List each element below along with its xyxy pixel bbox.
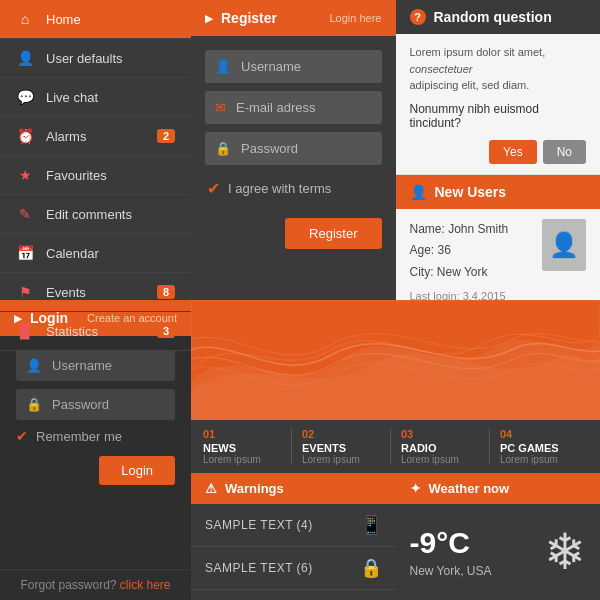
register-title: ▶ Register <box>205 10 277 26</box>
news-title: RADIO <box>401 442 436 454</box>
login-form: 👤 Username 🔒 Password ✔ Remember me Logi… <box>0 336 191 569</box>
warning-item[interactable]: SAMPLE TEXT (6) 🔒 <box>191 547 396 590</box>
wave-banner <box>191 300 600 420</box>
register-password-field[interactable]: 🔒 Password <box>205 132 382 165</box>
sidebar-item-statistics[interactable]: ▉ Statistics 3 <box>0 312 191 351</box>
rq-buttons: Yes No <box>410 140 587 164</box>
sidebar-nav: ⌂ Home 👤 User defaults 💬 Live chat ⏰ Ala… <box>0 0 191 300</box>
warning-text: SAMPLE TEXT (6) <box>205 561 313 575</box>
calendar-icon: 📅 <box>16 244 34 262</box>
news-num: 04 <box>500 428 512 440</box>
news-num: 01 <box>203 428 215 440</box>
sidebar-label-home: Home <box>46 12 175 27</box>
register-username-field[interactable]: 👤 Username <box>205 50 382 83</box>
sidebar-label-favourites: Favourites <box>46 168 175 183</box>
register-header: ▶ Register Login here <box>191 0 396 36</box>
sidebar-label-alarms: Alarms <box>46 129 157 144</box>
rq-text2: adipiscing elit, sed diam. <box>410 79 530 91</box>
sidebar-label-live-chat: Live chat <box>46 90 175 105</box>
forgot-link[interactable]: click here <box>120 578 171 592</box>
warning-item[interactable]: SAMPLE TEXT (4) 📱 <box>191 504 396 547</box>
user-login-icon: 👤 <box>26 358 42 373</box>
news-sub: Lorem ipsum <box>401 454 459 465</box>
agree-terms-row[interactable]: ✔ I agree with terms <box>205 173 382 204</box>
nu-name: Name: John Smith <box>410 219 533 241</box>
rq-yes-button[interactable]: Yes <box>489 140 537 164</box>
weather-body: -9°C New York, USA ❄ <box>396 504 601 600</box>
news-sub: Lorem ipsum <box>203 454 261 465</box>
remember-label: Remember me <box>36 429 122 444</box>
nu-header: 👤 New Users <box>396 175 601 209</box>
news-sub: Lorem ipsum <box>500 454 558 465</box>
warning-icon: ⚠ <box>205 481 217 496</box>
lock-icon: 🔒 <box>215 141 231 156</box>
register-button-wrap: Register <box>205 212 382 255</box>
warnings-header: ⚠ Warnings <box>191 473 396 504</box>
weather-header: ✦ Weather now <box>396 473 601 504</box>
random-question-panel: ? Random question Lorem ipsum dolor sit … <box>396 0 601 175</box>
register-username-label: Username <box>241 59 301 74</box>
register-title-text: Register <box>221 10 277 26</box>
news-sub: Lorem ipsum <box>302 454 360 465</box>
news-item-pc games[interactable]: 04 PC GAMES Lorem ipsum <box>490 428 588 465</box>
remember-checkbox-icon: ✔ <box>16 428 28 444</box>
register-button[interactable]: Register <box>285 218 381 249</box>
sidebar-label-statistics: Statistics <box>46 324 157 339</box>
bottom-row: ⚠ Warnings SAMPLE TEXT (4) 📱 SAMPLE TEXT… <box>191 473 600 600</box>
sun-icon: ✦ <box>410 481 421 496</box>
sidebar-label-calendar: Calendar <box>46 246 175 261</box>
new-users-panel: 👤 New Users Name: John Smith Age: 36 Cit… <box>396 175 601 318</box>
rq-italic: consectetuer <box>410 63 473 75</box>
weather-location: New York, USA <box>410 564 492 578</box>
news-item-events[interactable]: 02 EVENTS Lorem ipsum <box>292 428 391 465</box>
sidebar-item-favourites[interactable]: ★ Favourites <box>0 156 191 195</box>
register-email-field[interactable]: ✉ E-mail adress <box>205 91 382 124</box>
warnings-title: Warnings <box>225 481 284 496</box>
sidebar-item-calendar[interactable]: 📅 Calendar <box>0 234 191 273</box>
warning-text: SAMPLE TEXT (4) <box>205 518 313 532</box>
register-form: 👤 Username ✉ E-mail adress 🔒 Password ✔ … <box>191 36 396 317</box>
user-icon-nu: 👤 <box>410 184 427 200</box>
weather-title: Weather now <box>429 481 510 496</box>
mail-icon: ✉ <box>215 100 226 115</box>
sidebar-item-home[interactable]: ⌂ Home <box>0 0 191 39</box>
warnings-panel: ⚠ Warnings SAMPLE TEXT (4) 📱 SAMPLE TEXT… <box>191 473 396 600</box>
warning-item-icon: 📱 <box>360 514 382 536</box>
nu-age: Age: 36 <box>410 240 533 262</box>
alarm-icon: ⏰ <box>16 127 34 145</box>
sidebar-item-alarms[interactable]: ⏰ Alarms 2 <box>0 117 191 156</box>
news-num: 03 <box>401 428 413 440</box>
login-here-link[interactable]: Login here <box>330 12 382 24</box>
nu-title: New Users <box>435 184 507 200</box>
login-username-field[interactable]: 👤 Username <box>16 350 175 381</box>
sidebar-item-edit-comments[interactable]: ✎ Edit comments <box>0 195 191 234</box>
register-password-label: Password <box>241 141 298 156</box>
sidebar-item-events[interactable]: ⚑ Events 8 <box>0 273 191 312</box>
weather-panel: ✦ Weather now -9°C New York, USA ❄ <box>396 473 601 600</box>
user-icon: 👤 <box>16 49 34 67</box>
checkmark-icon: ✔ <box>207 179 220 198</box>
question-icon: ? <box>410 9 426 25</box>
right-top-panel: ▶ Register Login here 👤 Username ✉ E-mai… <box>191 0 600 300</box>
remember-me-row[interactable]: ✔ Remember me <box>16 428 175 444</box>
rq-question-text: Nonummy nibh euismod tincidunt? <box>410 102 587 130</box>
login-button-wrap: Login <box>16 452 175 493</box>
nav-badge-events: 8 <box>157 285 175 299</box>
news-item-news[interactable]: 01 NEWS Lorem ipsum <box>203 428 292 465</box>
login-username-label: Username <box>52 358 112 373</box>
wave-decoration <box>191 300 600 420</box>
news-item-radio[interactable]: 03 RADIO Lorem ipsum <box>391 428 490 465</box>
agree-label: I agree with terms <box>228 181 331 196</box>
nu-city: City: New York <box>410 262 533 284</box>
chat-icon: 💬 <box>16 88 34 106</box>
rq-body: Lorem ipsum dolor sit amet, consectetuer… <box>396 34 601 174</box>
news-ticker: 01 NEWS Lorem ipsum 02 EVENTS Lorem ipsu… <box>191 420 600 473</box>
login-password-field[interactable]: 🔒 Password <box>16 389 175 420</box>
login-button[interactable]: Login <box>99 456 175 485</box>
rq-no-button[interactable]: No <box>543 140 586 164</box>
forgot-text: Forgot password? <box>20 578 116 592</box>
sidebar-item-user-defaults[interactable]: 👤 User defaults <box>0 39 191 78</box>
nav-badge-alarms: 2 <box>157 129 175 143</box>
sidebar-item-live-chat[interactable]: 💬 Live chat <box>0 78 191 117</box>
login-password-label: Password <box>52 397 109 412</box>
